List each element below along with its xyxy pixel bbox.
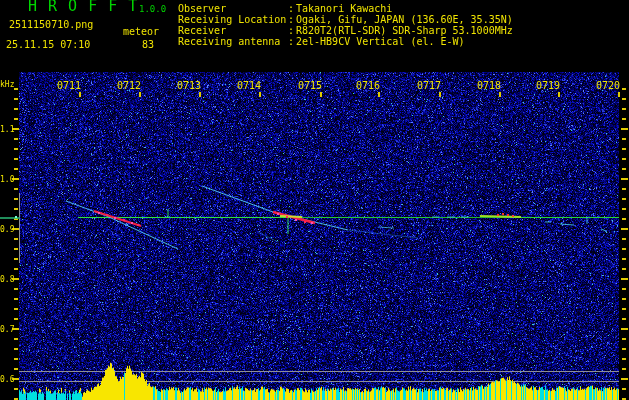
meteor-count: 83: [142, 39, 154, 50]
time-tick-label: 0713: [173, 80, 201, 91]
meta-value: Ogaki, Gifu, JAPAN (136.60E, 35.35N): [296, 14, 513, 25]
meta-value: Takanori Kawachi: [296, 3, 392, 14]
meta-label: Receiver: [178, 25, 288, 36]
y-axis-unit-label: kHz: [0, 79, 14, 90]
meta-label: Observer: [178, 3, 288, 14]
spectrogram-canvas: [0, 0, 629, 400]
freq-tick-label: 1.1: [0, 124, 14, 135]
meta-row-observer: Observer:Takanori Kawachi: [178, 3, 513, 14]
meta-row-antenna: Receiving antenna:2el-HB9CV Vertical (el…: [178, 36, 513, 47]
time-tick-label: 0719: [532, 80, 560, 91]
meta-separator: :: [288, 36, 296, 47]
observation-datetime: 25.11.15 07:10: [6, 39, 90, 50]
freq-tick-label: 0.8: [0, 274, 14, 285]
time-tick-label: 0715: [294, 80, 322, 91]
freq-tick-label: 0.6: [0, 374, 14, 385]
time-tick-label: 0711: [53, 80, 81, 91]
meta-row-location: Receiving Location:Ogaki, Gifu, JAPAN (1…: [178, 14, 513, 25]
meta-separator: :: [288, 3, 296, 14]
freq-tick-label: 0.7: [0, 324, 14, 335]
freq-tick-label: 1.0: [0, 174, 14, 185]
hrofft-output-screen: H R O F F T 1.0.0 2511150710.png meteor …: [0, 0, 629, 400]
meta-label: Receiving antenna: [178, 36, 288, 47]
app-version: 1.0.0: [139, 4, 166, 15]
meta-separator: :: [288, 14, 296, 25]
time-tick-label: 0718: [473, 80, 501, 91]
meta-value: 2el-HB9CV Vertical (el. E-W): [296, 36, 465, 47]
observation-mode-label: meteor: [123, 26, 159, 37]
meta-label: Receiving Location: [178, 14, 288, 25]
output-filename: 2511150710.png: [9, 19, 93, 30]
time-tick-label: 0720: [592, 80, 620, 91]
app-title: H R O F F T: [28, 1, 138, 12]
freq-tick-label: 0.9: [0, 224, 14, 235]
time-tick-label: 0714: [233, 80, 261, 91]
station-meta-table: Observer:Takanori Kawachi Receiving Loca…: [178, 3, 513, 47]
meta-value: R820T2(RTL-SDR) SDR-Sharp 53.1000MHz: [296, 25, 513, 36]
meta-separator: :: [288, 25, 296, 36]
time-tick-label: 0716: [352, 80, 380, 91]
time-tick-label: 0712: [113, 80, 141, 91]
meta-row-receiver: Receiver:R820T2(RTL-SDR) SDR-Sharp 53.10…: [178, 25, 513, 36]
time-tick-label: 0717: [413, 80, 441, 91]
